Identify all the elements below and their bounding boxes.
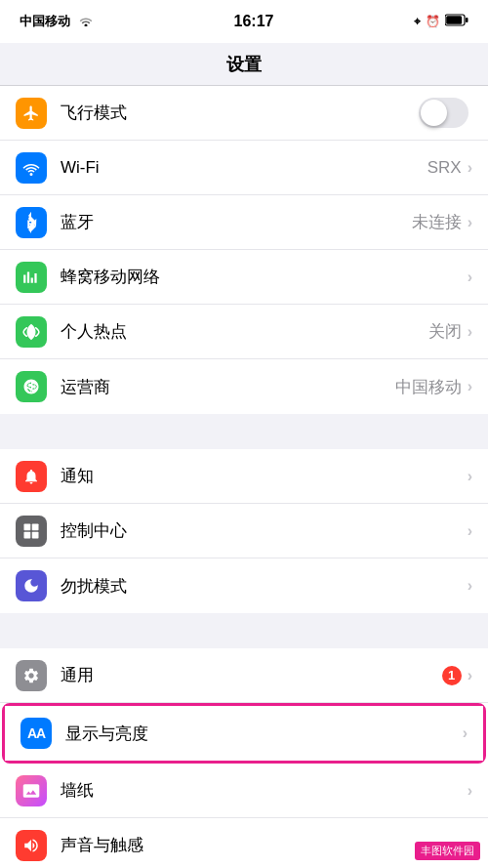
section-display: 通用 1 › AA 显示与亮度 › 墙纸 ›	[0, 648, 488, 868]
svg-text:ʙ: ʙ	[26, 216, 34, 231]
svg-rect-2	[446, 16, 462, 24]
sound-label: 声音与触感	[61, 834, 468, 856]
watermark: 丰图软件园	[415, 842, 480, 860]
donotdisturb-chevron: ›	[468, 577, 472, 595]
row-bluetooth[interactable]: ʙ 蓝牙 未连接 ›	[0, 195, 488, 250]
battery-icon	[445, 14, 468, 29]
notification-icon	[16, 461, 47, 492]
svg-rect-6	[32, 523, 39, 530]
hotspot-icon	[16, 316, 47, 348]
hotspot-value: 关闭	[428, 320, 462, 343]
section-notifications: 通知 › 控制中心 › 勿扰模式 ›	[0, 449, 488, 613]
wifi-row-icon	[16, 152, 47, 184]
row-cellular[interactable]: 蜂窝移动网络 ›	[0, 250, 488, 305]
notification-chevron: ›	[468, 468, 472, 485]
svg-rect-1	[466, 18, 468, 22]
row-airplane[interactable]: 飞行模式	[0, 86, 488, 141]
status-time: 16:17	[234, 13, 274, 30]
general-label: 通用	[61, 664, 442, 686]
wifi-value: SRX	[427, 158, 462, 178]
notification-label: 通知	[61, 465, 468, 487]
bluetooth-chevron: ›	[468, 214, 472, 231]
location-icon: ⌖	[414, 15, 421, 28]
display-label: 显示与亮度	[65, 723, 463, 745]
row-control-center[interactable]: 控制中心 ›	[0, 504, 488, 558]
carrier-chevron: ›	[468, 378, 472, 395]
wifi-chevron: ›	[468, 159, 472, 177]
row-notification[interactable]: 通知 ›	[0, 449, 488, 504]
row-hotspot[interactable]: 个人热点 关闭 ›	[0, 305, 488, 359]
carrier-label: 中国移动	[20, 13, 70, 30]
wifi-icon	[78, 15, 94, 29]
control-center-icon	[16, 516, 47, 547]
carrier-icon	[16, 371, 47, 402]
svg-rect-8	[32, 531, 39, 538]
control-center-label: 控制中心	[61, 519, 468, 542]
general-badge: 1	[442, 666, 462, 685]
hotspot-label: 个人热点	[61, 320, 428, 343]
wifi-label: Wi-Fi	[61, 158, 427, 178]
wallpaper-label: 墙纸	[61, 779, 468, 802]
wallpaper-icon	[16, 775, 47, 806]
display-chevron: ›	[463, 724, 468, 742]
airplane-toggle[interactable]	[419, 98, 468, 128]
donotdisturb-icon	[16, 570, 47, 601]
row-general[interactable]: 通用 1 ›	[0, 648, 488, 703]
row-donotdisturb[interactable]: 勿扰模式 ›	[0, 558, 488, 613]
cellular-label: 蜂窝移动网络	[61, 266, 468, 288]
row-display[interactable]: AA 显示与亮度 ›	[5, 706, 483, 761]
carrier-value: 中国移动	[395, 376, 462, 398]
row-carrier[interactable]: 运营商 中国移动 ›	[0, 359, 488, 414]
cellular-chevron: ›	[468, 269, 472, 286]
hotspot-chevron: ›	[468, 323, 472, 341]
display-icon: AA	[20, 718, 52, 749]
general-icon	[16, 660, 47, 691]
cellular-icon	[16, 262, 47, 293]
svg-rect-5	[24, 523, 31, 530]
donotdisturb-label: 勿扰模式	[61, 575, 468, 598]
settings-container: 飞行模式 Wi-Fi SRX › ʙ	[0, 86, 488, 868]
alarm-icon: ⏰	[426, 15, 440, 28]
airplane-icon	[16, 98, 47, 129]
status-left: 中国移动	[20, 13, 94, 30]
row-wifi[interactable]: Wi-Fi SRX ›	[0, 141, 488, 195]
sound-icon	[16, 830, 47, 861]
bluetooth-icon: ʙ	[16, 207, 47, 238]
nav-bar: 设置	[0, 43, 488, 86]
section-gap-2	[0, 613, 488, 648]
wallpaper-chevron: ›	[468, 782, 472, 800]
status-right: ⌖ ⏰	[414, 14, 468, 29]
section-connectivity: 飞行模式 Wi-Fi SRX › ʙ	[0, 86, 488, 414]
bluetooth-value: 未连接	[412, 211, 462, 233]
bluetooth-label: 蓝牙	[61, 211, 412, 233]
general-chevron: ›	[468, 667, 472, 684]
page-title: 设置	[226, 53, 262, 76]
svg-rect-7	[24, 531, 31, 538]
status-bar: 中国移动 16:17 ⌖ ⏰	[0, 0, 488, 43]
section-gap-1	[0, 414, 488, 449]
row-wallpaper[interactable]: 墙纸 ›	[0, 764, 488, 818]
airplane-label: 飞行模式	[61, 102, 419, 124]
highlighted-display-row: AA 显示与亮度 ›	[2, 703, 486, 764]
carrier-label: 运营商	[61, 376, 395, 398]
control-center-chevron: ›	[468, 522, 472, 540]
